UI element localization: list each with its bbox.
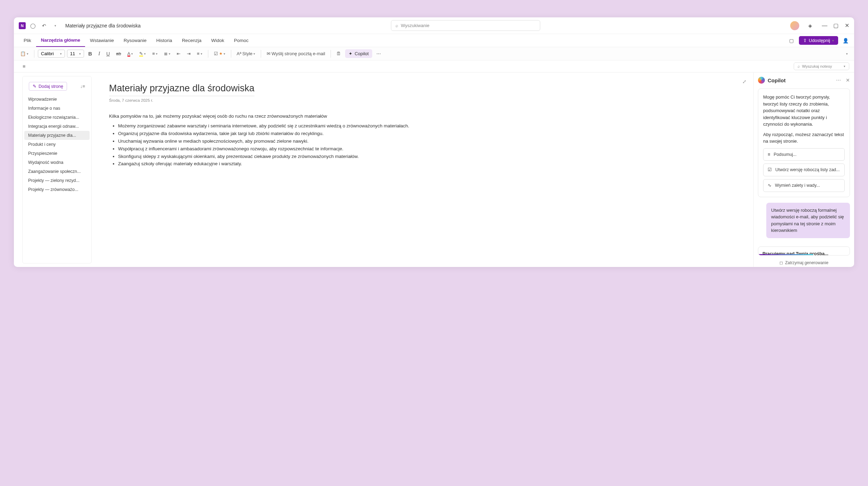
tab-review[interactable]: Recenzja [177,34,206,47]
sidebar-page-item[interactable]: Informacje o nas [23,104,91,113]
copilot-user-message: Utwórz wersję roboczą formalnej wiadomoś… [766,203,850,238]
sidebar-page-item[interactable]: Ekologiczne rozwiązania... [23,113,91,122]
ribbon-mode-button[interactable]: ▢ [788,37,795,44]
sidebar-page-item[interactable]: Integracja energii odnaw... [23,122,91,131]
home-toolbar: 📋▾ Calibri▾ 11▾ B I U ab A ▾ ✎ ▾ ≡ ▾ ≣ ▾… [14,47,854,60]
notebook-search-input[interactable]: ⌕ Wyszukaj notesy ▾ [794,62,849,70]
tab-help[interactable]: Pomoc [229,34,253,47]
premium-icon[interactable]: ◈ [806,22,814,30]
minimize-button[interactable]: ― [822,23,827,28]
styles-icon: Aª [237,51,241,56]
italic-button[interactable]: I [96,49,102,58]
ribbon-tabs: Plik Narzędzia główne Wstawianie Rysowan… [14,34,854,47]
expand-icon[interactable]: ⤢ [742,79,746,84]
nav-toggle-button[interactable]: ≡ [20,62,28,70]
share-icon: ⇪ [803,38,807,43]
note-canvas[interactable]: ⤢ Materiały przyjazne dla środowiska Śro… [92,73,753,267]
note-title[interactable]: Materiały przyjazne dla środowiska [109,83,254,96]
page-sidebar: ✎ Dodaj stronę ↓≡ WprowadzenieInformacje… [22,76,92,263]
copilot-intro-card: Mogę pomóc Ci tworzyć pomysły, tworzyć l… [758,89,850,197]
customize-quick-access[interactable]: ▾ [51,22,59,30]
mail-icon: ✉ [267,51,270,56]
people-button[interactable]: 👤 [842,37,849,44]
sidebar-page-item[interactable]: Zaangażowanie społeczn... [23,167,91,176]
document-title: Materiały przyjazne dla środowiska [65,23,141,28]
copilot-intro-text-1: Mogę pomóc Ci tworzyć pomysły, tworzyć l… [763,94,845,128]
note-bullet[interactable]: Zaangażuj szkoły oferując materiały eduk… [118,161,736,167]
search-icon: ⌕ [798,64,800,69]
copilot-status-card: Pracujemy nad Twoją prośbą... [758,246,850,255]
tab-view[interactable]: Widok [206,34,229,47]
font-size-selector[interactable]: 11▾ [67,50,84,58]
chevron-down-icon: ▾ [832,39,834,42]
tab-history[interactable]: Historia [151,34,177,47]
tab-home[interactable]: Narzędzia główne [36,34,85,47]
bullets-button[interactable]: ≡ ▾ [150,50,160,58]
tab-insert[interactable]: Wstawianie [85,34,119,47]
tags-button[interactable]: ☑★ ▾ [212,50,227,58]
chevron-down-icon: ▾ [844,65,845,68]
share-button[interactable]: ⇪ Udostępnij ▾ [799,36,838,45]
styles-button[interactable]: Aª Style ▾ [235,50,257,58]
checkbox-icon: ☑ [768,167,772,173]
highlight-button[interactable]: ✎ ▾ [137,50,148,58]
close-button[interactable]: ✕ [844,23,849,28]
email-page-button[interactable]: ✉ Wyślij stronę pocztą e-mail [265,50,327,58]
user-avatar[interactable] [790,21,799,30]
copilot-toolbar-button[interactable]: ✦ Copilot [345,49,372,58]
note-bullet[interactable]: Możemy zorganizować zabawne warsztaty i … [118,123,736,129]
copilot-suggestion-pros-cons[interactable]: ∿ Wymień zalety i wady... [763,179,845,192]
outdent-button[interactable]: ⇤ [175,50,183,58]
maximize-button[interactable]: ▢ [833,23,838,28]
copilot-close-button[interactable]: ✕ [846,77,850,83]
copilot-intro-text-2: Aby rozpocząć, możesz zaznaczyć tekst na… [763,131,845,145]
underline-button[interactable]: U [104,50,112,58]
more-options-button[interactable]: ⋯ [374,50,383,58]
sidebar-page-item[interactable]: Materiały przyjazne dla... [24,131,90,140]
sidebar-page-item[interactable]: Przyspieszenie [23,149,91,158]
bold-button[interactable]: B [86,49,94,58]
copilot-suggestion-draft-tasks[interactable]: ☑ Utwórz wersję roboczą listy zad... [763,164,845,176]
sort-pages-button[interactable]: ↓≡ [80,84,85,89]
collapse-ribbon-button[interactable]: ▾ [844,51,850,57]
meeting-details-button[interactable]: 🗓 [334,50,343,58]
titlebar: N ◯ ↶ ▾ Materiały przyjazne dla środowis… [14,17,854,34]
sidebar-page-item[interactable]: Produkt i ceny [23,140,91,149]
add-page-button[interactable]: ✎ Dodaj stronę [29,82,67,91]
back-button[interactable]: ◯ [29,22,37,30]
font-color-button[interactable]: A ▾ [125,50,135,58]
font-selector[interactable]: Calibri▾ [38,50,65,58]
search-input[interactable]: ⌕ Wyszukiwanie [391,20,540,31]
copilot-icon: ✦ [349,51,352,56]
note-intro[interactable]: Kilka pomysłów na to, jak możemy pozyska… [109,114,736,119]
align-button[interactable]: ≡ ▾ [195,50,205,58]
note-bullet[interactable]: Organizuj przyjazne dla środowiska wydar… [118,131,736,137]
paste-button[interactable]: 📋▾ [18,50,31,58]
copilot-more-button[interactable]: ⋯ [836,77,841,83]
copilot-panel: Copilot ⋯ ✕ Mogę pomóc Ci tworzyć pomysł… [753,73,854,267]
copilot-stop-button[interactable]: ◻ Zatrzymaj generowanie [758,260,850,265]
app-window: N ◯ ↶ ▾ Materiały przyjazne dla środowis… [14,17,854,267]
tab-draw[interactable]: Rysowanie [119,34,151,47]
add-page-icon: ✎ [33,84,36,89]
indent-button[interactable]: ⇥ [185,50,193,58]
note-bullet[interactable]: Współpracuj z influencerami i ambasadora… [118,146,736,152]
copilot-logo-icon [758,77,765,84]
stop-icon: ◻ [779,260,783,265]
sidebar-page-item[interactable]: Projekty — zrównoważo... [23,185,91,194]
sidebar-page-item[interactable]: Wprowadzenie [23,95,91,104]
undo-button[interactable]: ↶ [40,22,48,30]
search-icon: ⌕ [395,23,398,28]
sidebar-page-item[interactable]: Wydajność wodna [23,158,91,167]
sidebar-page-item[interactable]: Projekty — zielony rezyd... [23,176,91,185]
tab-file[interactable]: Plik [19,34,36,47]
note-bullet[interactable]: Skonfiguruj sklepy z wyskakującymi okien… [118,153,736,160]
note-bullet-list[interactable]: Możemy zorganizować zabawne warsztaty i … [109,123,736,167]
left-gutter [14,73,22,267]
note-bullet[interactable]: Uruchamiaj wyzwania online w mediach spo… [118,138,736,145]
copilot-panel-title: Copilot [768,77,831,83]
strikethrough-button[interactable]: ab [114,50,123,58]
copilot-suggestion-summarize[interactable]: ≡ Podsumuj... [763,148,845,161]
numbering-button[interactable]: ≣ ▾ [162,50,173,58]
list-icon: ≡ [768,151,770,158]
